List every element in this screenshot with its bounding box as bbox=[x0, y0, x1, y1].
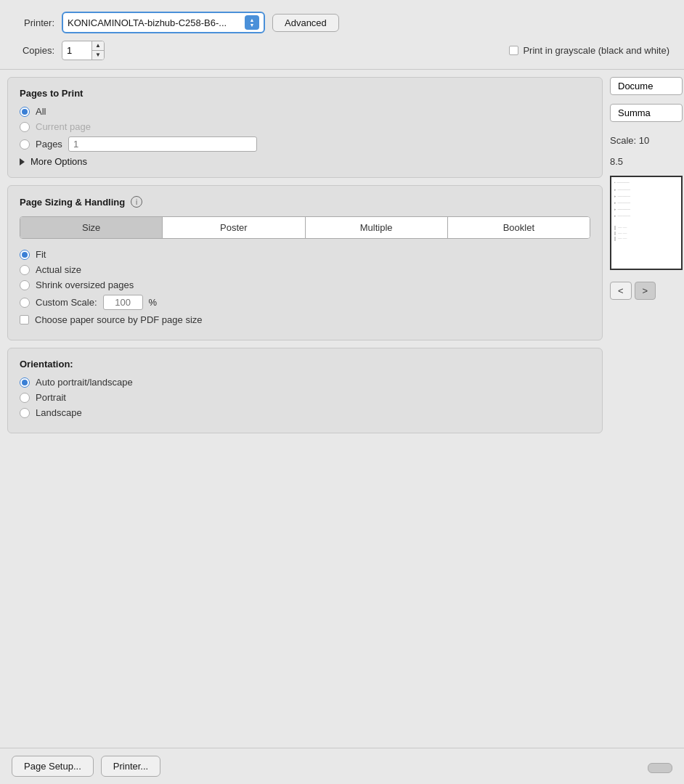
radio-all[interactable] bbox=[20, 107, 30, 117]
radio-auto[interactable] bbox=[20, 377, 30, 388]
comments-button-1[interactable]: Docume bbox=[610, 77, 683, 95]
choose-paper-row: Choose paper source by PDF page size bbox=[20, 314, 590, 325]
top-bar: Printer: KONICAMINOLTA-bizhub-C258-B6-..… bbox=[0, 0, 684, 70]
arrow-down: ▼ bbox=[250, 23, 255, 28]
radio-shrink-label: Shrink oversized pages bbox=[36, 279, 134, 290]
sizing-title-row: Page Sizing & Handling i bbox=[20, 196, 590, 208]
radio-pages[interactable] bbox=[20, 139, 30, 150]
advanced-button[interactable]: Advanced bbox=[272, 14, 339, 32]
radio-row-shrink: Shrink oversized pages bbox=[20, 279, 590, 290]
nav-back-button[interactable]: < bbox=[610, 282, 632, 300]
nav-buttons: < > bbox=[610, 282, 683, 300]
radio-all-label: All bbox=[36, 106, 46, 117]
tab-multiple[interactable]: Multiple bbox=[306, 217, 448, 238]
radio-landscape-label: Landscape bbox=[36, 407, 82, 418]
copies-stepper: ▲ ▼ bbox=[91, 41, 104, 60]
radio-row-auto: Auto portrait/landscape bbox=[20, 377, 590, 388]
info-icon[interactable]: i bbox=[131, 196, 142, 208]
tab-bar: Size Poster Multiple Booklet bbox=[20, 216, 590, 239]
copies-input-wrapper: ▲ ▼ bbox=[62, 41, 105, 60]
printer-select[interactable]: KONICAMINOLTA-bizhub-C258-B6-... ▲ ▼ bbox=[62, 12, 265, 33]
radio-row-all: All bbox=[20, 106, 590, 117]
radio-row-portrait: Portrait bbox=[20, 392, 590, 403]
scale-label: Scale: 10 bbox=[610, 135, 683, 146]
copies-decrement[interactable]: ▼ bbox=[92, 51, 104, 60]
printer-label: Printer: bbox=[15, 17, 54, 28]
orientation-title: Orientation: bbox=[20, 359, 590, 369]
radio-shrink[interactable] bbox=[20, 280, 30, 290]
radio-actual[interactable] bbox=[20, 265, 30, 275]
preview-size-label: 8.5 bbox=[610, 156, 683, 167]
radio-current[interactable] bbox=[20, 122, 30, 132]
page-sizing-section: Page Sizing & Handling i Size Poster Mul… bbox=[7, 185, 603, 340]
more-options-row[interactable]: More Options bbox=[20, 156, 590, 167]
more-options-label: More Options bbox=[30, 156, 87, 167]
pages-to-print-section: Pages to Print All Current page Pages bbox=[7, 77, 603, 178]
radio-fit[interactable] bbox=[20, 250, 30, 260]
radio-pages-label: Pages bbox=[36, 139, 62, 150]
radio-fit-label: Fit bbox=[36, 249, 46, 260]
pages-to-print-title: Pages to Print bbox=[20, 88, 590, 99]
radio-landscape[interactable] bbox=[20, 408, 30, 418]
radio-current-label: Current page bbox=[36, 121, 91, 132]
preview-box: ▪ ───── ▸ ───── ▸ ───── ▸ ───── ▸ ───── … bbox=[610, 176, 683, 270]
dropdown-arrow-icon[interactable]: ▲ ▼ bbox=[245, 15, 259, 30]
radio-row-landscape: Landscape bbox=[20, 407, 590, 418]
arrow-up: ▲ bbox=[250, 17, 255, 23]
nav-forward-button[interactable]: > bbox=[635, 282, 656, 300]
page-setup-button[interactable]: Page Setup... bbox=[12, 756, 94, 777]
copies-row: Copies: ▲ ▼ Print in grayscale (black an… bbox=[15, 41, 669, 60]
right-panel: Docume Summa Scale: 10 8.5 ▪ ───── ▸ ───… bbox=[610, 77, 683, 740]
more-options-triangle-icon bbox=[20, 158, 25, 166]
tab-poster[interactable]: Poster bbox=[163, 217, 305, 238]
radio-custom-label: Custom Scale: bbox=[36, 297, 97, 308]
printer-button[interactable]: Printer... bbox=[101, 756, 160, 777]
radio-auto-label: Auto portrait/landscape bbox=[36, 377, 133, 388]
radio-custom[interactable] bbox=[20, 298, 30, 308]
custom-scale-input[interactable] bbox=[103, 295, 143, 310]
print-dialog: Printer: KONICAMINOLTA-bizhub-C258-B6-..… bbox=[0, 0, 684, 784]
pages-input[interactable] bbox=[68, 136, 257, 152]
percent-label: % bbox=[149, 297, 158, 308]
grayscale-label: Print in grayscale (black and white) bbox=[523, 45, 669, 56]
bottom-right-area bbox=[648, 759, 672, 773]
grayscale-wrapper: Print in grayscale (black and white) bbox=[509, 45, 669, 56]
copies-increment[interactable]: ▲ bbox=[92, 41, 104, 51]
radio-row-custom: Custom Scale: % bbox=[20, 295, 590, 310]
comments-button-2[interactable]: Summa bbox=[610, 104, 683, 122]
radio-row-pages: Pages bbox=[20, 136, 590, 152]
radio-portrait[interactable] bbox=[20, 393, 30, 403]
radio-portrait-label: Portrait bbox=[36, 392, 66, 403]
content-area: Pages to Print All Current page Pages bbox=[0, 70, 684, 748]
bottom-bar: Page Setup... Printer... bbox=[0, 748, 684, 784]
orientation-section: Orientation: Auto portrait/landscape Por… bbox=[7, 348, 603, 433]
left-panel: Pages to Print All Current page Pages bbox=[7, 77, 603, 740]
copies-label: Copies: bbox=[15, 45, 54, 56]
copies-input[interactable] bbox=[62, 43, 91, 58]
tab-booklet[interactable]: Booklet bbox=[448, 217, 590, 238]
radio-row-fit: Fit bbox=[20, 249, 590, 260]
radio-row-current: Current page bbox=[20, 121, 590, 132]
radio-row-actual: Actual size bbox=[20, 264, 590, 275]
cancel-button[interactable] bbox=[648, 763, 672, 773]
tab-size[interactable]: Size bbox=[20, 217, 163, 238]
preview-content: ▪ ───── ▸ ───── ▸ ───── ▸ ───── ▸ ───── … bbox=[611, 177, 681, 245]
grayscale-checkbox[interactable] bbox=[509, 46, 518, 55]
printer-select-text: KONICAMINOLTA-bizhub-C258-B6-... bbox=[68, 17, 240, 28]
choose-paper-checkbox[interactable] bbox=[20, 315, 29, 324]
choose-paper-label: Choose paper source by PDF page size bbox=[35, 314, 203, 325]
printer-row: Printer: KONICAMINOLTA-bizhub-C258-B6-..… bbox=[15, 12, 669, 33]
page-sizing-title: Page Sizing & Handling bbox=[20, 197, 125, 208]
radio-actual-label: Actual size bbox=[36, 264, 81, 275]
